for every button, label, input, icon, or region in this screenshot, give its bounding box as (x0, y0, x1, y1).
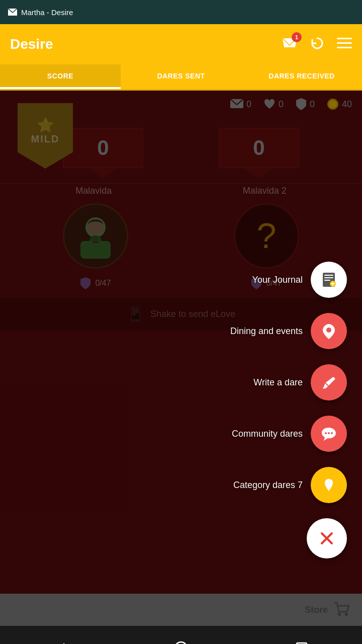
back-button[interactable] (48, 636, 72, 644)
player-right-score: 0 (253, 136, 264, 160)
player-left-score: 0 (97, 136, 109, 160)
fab-item-category[interactable]: Category dares 7 (233, 467, 347, 503)
home-button[interactable] (169, 636, 193, 644)
fab-community-button[interactable] (311, 416, 347, 452)
fab-journal-label: Your Journal (252, 275, 303, 285)
svg-rect-15 (324, 280, 330, 281)
fab-dining-button[interactable] (311, 313, 347, 349)
player-right-score-card: 0 (219, 128, 299, 168)
player-left-avatar (63, 203, 128, 269)
main-content: 0 0 0 40 ⭐ MILD (0, 91, 362, 594)
svg-point-19 (326, 328, 331, 333)
badge-star-icon: ⭐ (37, 117, 54, 133)
tabs-bar: SCORE DARES SENT DARES RECEIVED (0, 64, 362, 91)
hearts-stat: 0 (263, 99, 284, 110)
email-icon (8, 9, 17, 16)
left-score-arrow (88, 168, 118, 178)
fab-dining-label: Dining and events (230, 326, 303, 337)
fab-category-label: Category dares 7 (233, 480, 303, 491)
svg-point-29 (175, 642, 187, 644)
svg-point-27 (345, 613, 348, 616)
svg-point-6 (329, 100, 337, 108)
svg-rect-3 (337, 47, 352, 48)
level-label: MILD (31, 133, 60, 145)
svg-rect-1 (337, 38, 352, 39)
svg-rect-8 (80, 241, 111, 259)
right-score-arrow (244, 168, 274, 178)
svg-rect-13 (324, 275, 333, 276)
fab-journal-button[interactable] (311, 262, 347, 298)
player-left-progress: 0/47 (80, 277, 111, 290)
tab-score[interactable]: SCORE (0, 64, 121, 89)
notification-badge: 1 (292, 32, 302, 42)
fab-item-journal[interactable]: Your Journal (252, 262, 347, 298)
fab-write-dare-button[interactable] (311, 364, 347, 400)
question-mark-icon: ? (257, 216, 277, 256)
nav-bar (0, 626, 362, 644)
status-bar: Martha - Desire (0, 0, 362, 24)
player-right-avatar: ? (234, 203, 299, 269)
svg-point-26 (338, 613, 341, 616)
fab-item-dining[interactable]: Dining and events (230, 313, 347, 349)
notification-button[interactable]: 1 (282, 36, 298, 52)
tab-dares-sent[interactable]: DARES SENT (121, 64, 241, 89)
app-title: Desire (10, 36, 53, 52)
fab-write-dare-label: Write a dare (253, 377, 303, 388)
fab-menu: Your Journal Dining and events (230, 262, 347, 503)
svg-rect-11 (92, 242, 99, 243)
menu-button[interactable] (337, 38, 352, 51)
shake-phone-icon: 📱 (127, 306, 144, 323)
fab-close-button[interactable] (307, 518, 347, 558)
fab-item-community[interactable]: Community dares (232, 416, 347, 452)
shields-stat: 0 (296, 98, 315, 111)
fab-category-button[interactable] (311, 467, 347, 503)
app-bar-actions: 1 (282, 36, 352, 53)
svg-point-21 (325, 432, 327, 434)
app-bar: Desire 1 (0, 24, 362, 64)
level-badge: ⭐ MILD (15, 101, 75, 171)
svg-rect-14 (324, 277, 333, 278)
svg-rect-18 (331, 283, 335, 284)
tab-dares-received[interactable]: DARES RECEIVED (241, 64, 362, 89)
store-bar[interactable]: Store (0, 594, 362, 626)
players-row: Malavida Malavida 2 (0, 183, 362, 198)
recent-button[interactable] (290, 636, 314, 644)
shake-label: Shake to send eLove (150, 309, 235, 319)
store-label: Store (305, 605, 328, 615)
messages-stat: 0 (230, 99, 251, 110)
player-right-name: Malavida 2 (243, 186, 287, 196)
status-app-name: Martha - Desire (21, 8, 73, 17)
player-left-name: Malavida (75, 186, 112, 196)
svg-point-22 (328, 432, 330, 434)
fab-item-write-dare[interactable]: Write a dare (253, 364, 347, 400)
cart-icon (334, 602, 350, 618)
fab-community-label: Community dares (232, 429, 303, 439)
svg-point-23 (331, 432, 333, 434)
refresh-button[interactable] (310, 36, 325, 53)
coins-stat: 40 (327, 98, 352, 110)
svg-rect-2 (337, 42, 352, 44)
